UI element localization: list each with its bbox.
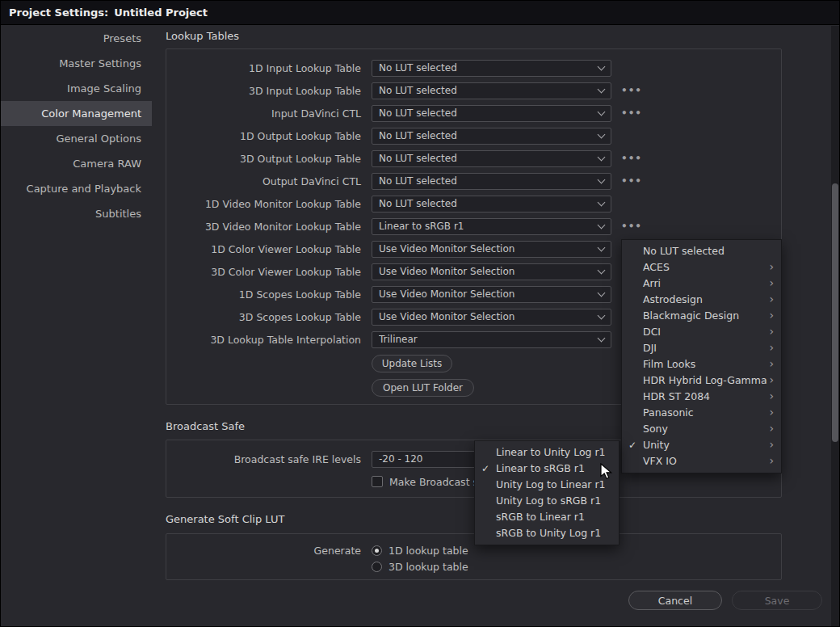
menu-item-label: Panasonic (643, 406, 694, 419)
save-button[interactable]: Save (732, 591, 822, 610)
sidebar-item-general-options[interactable]: General Options (1, 126, 152, 151)
chevron-down-icon (598, 221, 606, 229)
menu-item-dci[interactable]: ✓ DCI › (622, 324, 781, 340)
sidebar-item-subtitles[interactable]: Subtitles (1, 201, 152, 226)
menu-item-hdr-st-2084[interactable]: ✓ HDR ST 2084 › (622, 389, 781, 405)
menu-item-dji[interactable]: ✓ DJI › (622, 340, 781, 356)
lut-row: Input DaVinci CTL No LUT selected ••• (166, 102, 781, 124)
submenu-item-srgb-to-unity-log-r1[interactable]: ✓ sRGB to Unity Log r1 (475, 525, 619, 541)
project-settings-window: Project Settings: Untitled Project Prese… (0, 0, 840, 627)
dropdown-value: Use Video Monitor Selection (379, 288, 598, 300)
submenu-arrow-icon: › (769, 388, 774, 404)
menu-item-label: DCI (643, 326, 661, 338)
lut-row: 3D Video Monitor Lookup Table Linear to … (166, 215, 781, 238)
sidebar-item-capture-and-playback[interactable]: Capture and Playback (1, 176, 152, 201)
radio-3d-lookup-table[interactable] (372, 562, 382, 572)
menu-item-label: VFX IO (643, 455, 677, 467)
submenu-item-linear-to-unity-log-r1[interactable]: ✓ Linear to Unity Log r1 (475, 444, 619, 461)
more-options-icon[interactable]: ••• (621, 153, 642, 164)
submenu-item-unity-log-to-srgb-r1[interactable]: ✓ Unity Log to sRGB r1 (475, 493, 619, 509)
chevron-down-icon (598, 153, 606, 161)
submenu-arrow-icon: › (769, 339, 774, 356)
submenu-arrow-icon: › (769, 420, 774, 436)
submenu-arrow-icon: › (769, 259, 774, 275)
menu-item-hdr-hybrid-log-gamma[interactable]: ✓ HDR Hybrid Log-Gamma › (622, 372, 781, 389)
dropdown-1d-scopes-lookup-table[interactable]: Use Video Monitor Selection (372, 286, 611, 303)
menu-item-vfx-io[interactable]: ✓ VFX IO › (622, 453, 781, 469)
menu-item-panasonic[interactable]: ✓ Panasonic › (622, 405, 781, 421)
menu-item-arri[interactable]: ✓ Arri › (622, 276, 781, 292)
scrollbar-thumb[interactable] (832, 183, 838, 442)
dropdown-value: Linear to sRGB r1 (379, 221, 598, 232)
lut-row-label: 1D Color Viewer Lookup Table (166, 243, 361, 255)
dropdown-input-davinci-ctl[interactable]: No LUT selected (372, 105, 611, 122)
submenu-arrow-icon: › (769, 436, 774, 452)
update-lists-button[interactable]: Update Lists (372, 355, 452, 372)
dropdown-3d-scopes-lookup-table[interactable]: Use Video Monitor Selection (372, 309, 611, 326)
dropdown-value: No LUT selected (379, 153, 598, 164)
menu-item-label: Astrodesign (643, 293, 703, 305)
lookup-tables-section-title: Lookup Tables (166, 30, 239, 42)
dropdown-3d-lookup-table-interpolation[interactable]: Trilinear (372, 331, 611, 348)
dropdown-3d-color-viewer-lookup-table[interactable]: Use Video Monitor Selection (372, 263, 611, 280)
dropdown-1d-color-viewer-lookup-table[interactable]: Use Video Monitor Selection (372, 241, 611, 258)
dropdown-1d-video-monitor-lookup-table[interactable]: No LUT selected (372, 196, 611, 213)
submenu-item-unity-log-to-linear-r1[interactable]: ✓ Unity Log to Linear r1 (475, 477, 619, 493)
more-options-icon[interactable]: ••• (621, 85, 642, 96)
sidebar-item-presets[interactable]: Presets (1, 26, 152, 51)
menu-item-film-looks[interactable]: ✓ Film Looks › (622, 356, 781, 372)
dropdown-1d-input-lookup-table[interactable]: No LUT selected (372, 60, 611, 77)
submenu-arrow-icon: › (769, 323, 774, 339)
sidebar-item-color-management[interactable]: Color Management (1, 101, 152, 126)
lut-row-label: 3D Input Lookup Table (166, 85, 361, 97)
lut-row: 3D Output Lookup Table No LUT selected •… (166, 147, 781, 170)
submenu-arrow-icon: › (769, 291, 774, 307)
menu-item-astrodesign[interactable]: ✓ Astrodesign › (622, 292, 781, 308)
lut-category-menu: ✓ No LUT selected › ✓ ACES › ✓ Arri › ✓ … (621, 239, 782, 473)
menu-item-blackmagic-design[interactable]: ✓ Blackmagic Design › (622, 308, 781, 324)
dropdown-1d-output-lookup-table[interactable]: No LUT selected (372, 128, 611, 145)
chevron-down-icon (598, 198, 606, 206)
menu-item-unity[interactable]: ✓ Unity › (622, 437, 781, 453)
sidebar-item-camera-raw[interactable]: Camera RAW (1, 151, 152, 176)
open-lut-folder-button[interactable]: Open LUT Folder (372, 379, 474, 397)
submenu-item-linear-to-srgb-r1[interactable]: ✓ Linear to sRGB r1 (475, 461, 619, 477)
more-options-icon[interactable]: ••• (621, 221, 642, 232)
dropdown-3d-video-monitor-lookup-table[interactable]: Linear to sRGB r1 (372, 218, 611, 235)
window-title: Project Settings: (9, 6, 108, 19)
submenu-item-srgb-to-linear-r1[interactable]: ✓ sRGB to Linear r1 (475, 509, 619, 525)
submenu-arrow-icon: › (769, 275, 774, 291)
dropdown-3d-output-lookup-table[interactable]: No LUT selected (372, 150, 611, 167)
menu-item-label: Sony (643, 423, 668, 435)
menu-item-label: sRGB to Linear r1 (496, 511, 585, 523)
checkmark-icon: ✓ (628, 437, 636, 453)
make-broadcast-safe-checkbox[interactable] (372, 476, 383, 487)
menu-item-label: Linear to Unity Log r1 (496, 446, 606, 458)
submenu-arrow-icon: › (769, 307, 774, 323)
more-options-icon[interactable]: ••• (621, 175, 642, 187)
dropdown-3d-input-lookup-table[interactable]: No LUT selected (372, 82, 611, 99)
sidebar-item-image-scaling[interactable]: Image Scaling (1, 76, 152, 101)
lut-row-label: 3D Color Viewer Lookup Table (166, 266, 361, 278)
chevron-down-icon (598, 130, 606, 138)
sidebar-item-master-settings[interactable]: Master Settings (1, 51, 152, 76)
menu-item-no-lut-selected[interactable]: ✓ No LUT selected › (622, 243, 781, 259)
submenu-arrow-icon: › (769, 404, 774, 420)
menu-item-sony[interactable]: ✓ Sony › (622, 421, 781, 437)
menu-item-label: Film Looks (643, 358, 695, 370)
lut-row-label: 3D Video Monitor Lookup Table (166, 221, 361, 233)
chevron-down-icon (598, 62, 606, 70)
menu-item-label: sRGB to Unity Log r1 (496, 527, 601, 539)
radio-1d-lookup-table[interactable] (372, 545, 382, 556)
menu-item-label: HDR ST 2084 (643, 390, 710, 402)
menu-item-aces[interactable]: ✓ ACES › (622, 259, 781, 276)
chevron-down-icon (598, 175, 606, 183)
dropdown-output-davinci-ctl[interactable]: No LUT selected (372, 173, 611, 190)
submenu-arrow-icon: › (769, 452, 774, 469)
more-options-icon[interactable]: ••• (621, 107, 642, 119)
sidebar: Presets Master Settings Image Scaling Co… (1, 26, 152, 626)
vertical-scrollbar[interactable] (831, 26, 839, 626)
lut-row: 1D Output Lookup Table No LUT selected •… (166, 124, 781, 147)
titlebar: Project Settings: Untitled Project (1, 1, 839, 25)
cancel-button[interactable]: Cancel (628, 591, 722, 610)
